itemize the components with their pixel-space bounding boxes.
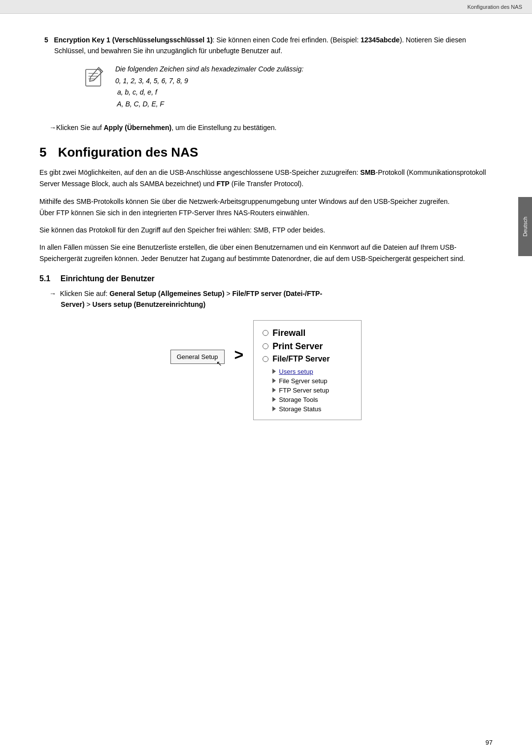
- step5-section: 5 Encryption Key 1 (Verschlüsselungsschl…: [39, 34, 493, 110]
- step5-example: 12345abcde: [361, 36, 399, 44]
- nav-instruction: → Klicken Sie auf: General Setup (Allgem…: [49, 288, 493, 310]
- note-line2: a, b, c, d, e, f: [115, 88, 157, 96]
- diagram-arrow: >: [234, 346, 244, 364]
- subsection51-heading: 5.1 Einrichtung der Benutzer: [39, 274, 493, 283]
- radio-firewall: [263, 330, 268, 336]
- arrow-symbol: →: [49, 124, 56, 131]
- sub-item-label-userssetup[interactable]: Users setup: [279, 368, 313, 375]
- section5-para2: Mithilfe des SMB-Protokolls können Sie ü…: [39, 196, 493, 219]
- button-wrapper: General Setup ↖: [170, 320, 225, 364]
- sub-item-userssetup: Users setup: [272, 367, 352, 376]
- section5-title: Konfiguration des NAS: [58, 145, 199, 160]
- step5-label: Encryption Key 1 (Verschlüsselungsschlüs…: [54, 36, 212, 44]
- apply-label: Apply (Übernehmen): [104, 124, 172, 131]
- header-title: Konfiguration des NAS: [467, 4, 522, 10]
- sub-item-fileserversetup: File Server setup: [272, 376, 352, 386]
- sidebar-wrapper: Deutsch: [518, 197, 532, 256]
- subsection51-number: 5.1: [39, 274, 50, 283]
- note-box: Die folgenden Zeichen sind als hexadezim…: [84, 64, 493, 110]
- section5-para4: In allen Fällen müssen Sie eine Benutzer…: [39, 242, 493, 264]
- page-number: 97: [486, 739, 493, 746]
- general-setup-button[interactable]: General Setup ↖: [170, 350, 225, 364]
- sub-item-label-storagetools[interactable]: Storage Tools: [279, 396, 318, 403]
- step5-number: 5: [44, 36, 48, 44]
- menu-label-fileftpserver: File/FTP Server: [272, 355, 330, 363]
- section5-para3: Sie können das Protokoll für den Zugriff…: [39, 225, 493, 236]
- sub-menu: Users setup File Server setup FTP Server…: [272, 367, 352, 414]
- triangle-storagetools: [272, 397, 276, 402]
- section5-heading: 5 Konfiguration des NAS: [39, 145, 493, 160]
- nav-bold3: Users setup (Benutzereinrichtung): [93, 300, 205, 308]
- section5-para1: Es gibt zwei Möglichkeiten, auf den an d…: [39, 167, 493, 190]
- triangle-fileserversetup: [272, 378, 276, 383]
- menu-item-fileftpserver: File/FTP Server: [263, 353, 352, 365]
- menu-item-printserver: Print Server: [263, 340, 352, 353]
- arrow-note: →Klicken Sie auf Apply (Übernehmen), um …: [49, 122, 493, 133]
- subsection51-title: Einrichtung der Benutzer: [61, 274, 155, 283]
- sub-item-label-storagestatus[interactable]: Storage Status: [279, 405, 321, 413]
- sub-item-storagetools: Storage Tools: [272, 395, 352, 404]
- note-line3: A, B, C, D, E, F: [115, 100, 164, 108]
- sub-item-label-fileserversetup[interactable]: File Server setup: [279, 377, 327, 385]
- menu-panel: Firewall Print Server File/FTP Server: [253, 320, 362, 420]
- main-content: 5 Encryption Key 1 (Verschlüsselungsschl…: [39, 34, 493, 420]
- sub-item-label-ftpserversetup[interactable]: FTP Server setup: [279, 387, 329, 394]
- triangle-ftpserversetup: [272, 388, 276, 393]
- triangle-userssetup: [272, 369, 276, 374]
- page-container: Konfiguration des NAS Deutsch 5 Encrypti…: [0, 0, 532, 756]
- note-intro: Die folgenden Zeichen sind als hexadezim…: [115, 65, 303, 73]
- note-text-block: Die folgenden Zeichen sind als hexadezim…: [115, 64, 303, 110]
- section5-number: 5: [39, 145, 46, 160]
- menu-item-firewall: Firewall: [263, 327, 352, 340]
- nav-bold1: General Setup (Allgemeines Setup): [109, 290, 224, 297]
- radio-printserver: [263, 343, 268, 349]
- general-setup-label: General Setup: [177, 353, 218, 361]
- sub-item-ftpserversetup: FTP Server setup: [272, 386, 352, 395]
- svg-rect-0: [86, 69, 100, 86]
- ui-diagram: General Setup ↖ > Firewall Print Server: [39, 320, 493, 420]
- step5-text: 5 Encryption Key 1 (Verschlüsselungsschl…: [54, 34, 493, 57]
- radio-fileftpserver: [263, 356, 268, 362]
- cursor-icon: ↖: [216, 360, 222, 367]
- note-icon: [84, 66, 107, 89]
- menu-label-printserver: Print Server: [272, 341, 323, 352]
- sidebar-label: Deutsch: [522, 217, 528, 236]
- sub-item-storagestatus: Storage Status: [272, 404, 352, 414]
- note-line1: 0, 1, 2, 3, 4, 5, 6, 7, 8, 9: [115, 77, 188, 85]
- menu-label-firewall: Firewall: [272, 328, 305, 338]
- triangle-storagestatus: [272, 406, 276, 411]
- step5-text-part1: : Sie können einen Code frei erfinden. (…: [213, 36, 361, 44]
- header-bar: Konfiguration des NAS: [0, 0, 532, 14]
